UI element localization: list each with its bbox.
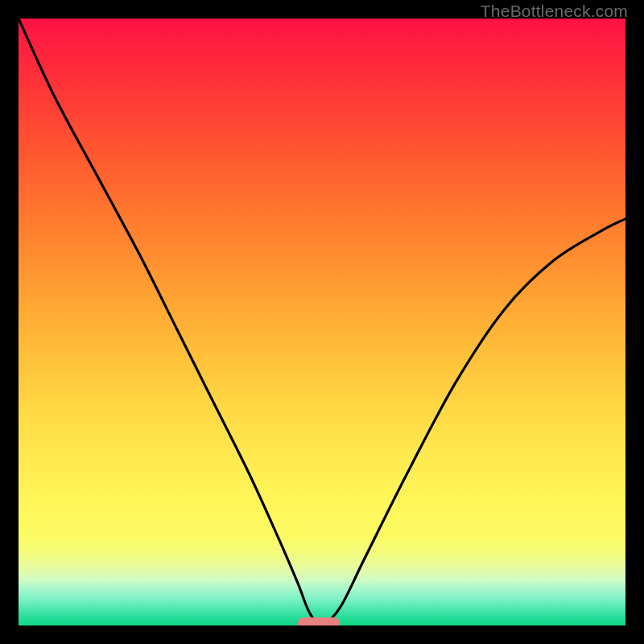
chart-frame: TheBottleneck.com <box>0 0 644 644</box>
bottleneck-curve <box>19 19 625 625</box>
plot-area <box>19 19 625 625</box>
optimal-point-marker <box>298 617 340 625</box>
